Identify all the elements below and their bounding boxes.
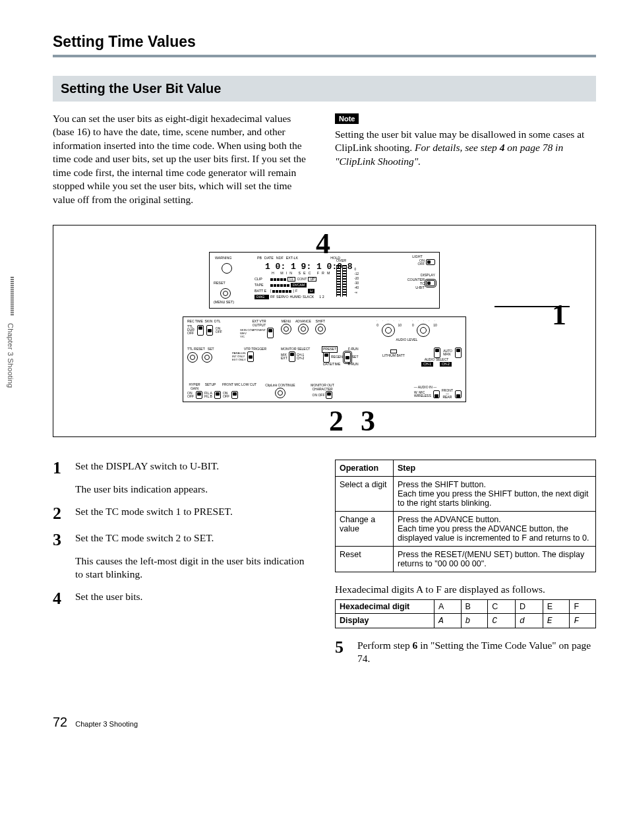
- lbl-cliplink: ClipLink CONTINUE: [262, 384, 298, 388]
- hx-D: D: [515, 599, 543, 613]
- warning-led: [222, 263, 232, 274]
- lbl-off3: OFF: [216, 330, 222, 334]
- hx-h: Hexadecimal digit: [336, 599, 434, 613]
- menu-dial[interactable]: [281, 324, 291, 334]
- lbl-li: Li: [308, 289, 314, 294]
- lbl-extlk: EXT-LK: [286, 256, 298, 260]
- set-button[interactable]: [202, 352, 212, 363]
- tick-30: -30: [354, 281, 359, 285]
- lbl-fm-off: OFF: [223, 395, 229, 398]
- audio-in-ch1[interactable]: [433, 390, 440, 398]
- tick-0: 0: [354, 267, 359, 272]
- hx-dB: b: [461, 613, 488, 628]
- step-3-sub: This causes the left-most digit in the u…: [75, 555, 314, 582]
- audio-select-ch2[interactable]: [455, 347, 462, 358]
- binding-marks: [11, 277, 14, 316]
- tick-inf: -∞: [354, 290, 359, 295]
- lbl-advance: ADVANCE: [295, 320, 311, 324]
- lbl-f: F: [295, 289, 297, 293]
- lbl-ndf: NDF: [276, 256, 284, 260]
- page-number: 72: [53, 715, 67, 730]
- vtr-trigger-switch[interactable]: [247, 351, 254, 362]
- lbl-servo: SERVO: [276, 295, 288, 299]
- lbl-set2: SET: [352, 355, 359, 359]
- op-r1b: Press the SHIFT button. Each time you pr…: [394, 477, 596, 512]
- hx-d: Display: [336, 613, 434, 628]
- lbl-lithium: LITHIUM BATT: [378, 354, 409, 358]
- step-2-text: Set the TC mode switch 1 to PRESET.: [75, 505, 314, 522]
- reset-button[interactable]: [220, 288, 231, 299]
- op-r3b: Press the RESET/(MENU SET) button. The d…: [394, 547, 596, 572]
- lbl-moc-onoff: ON OFF: [313, 394, 325, 397]
- knob1-0: 0: [376, 324, 378, 337]
- lbl-dvcam: DVCAM: [291, 283, 307, 288]
- lbl-batt: BATT E: [255, 289, 269, 293]
- hx-dF: F: [570, 613, 596, 628]
- lbl-counter: COUNTER: [407, 278, 425, 282]
- hx-E: E: [543, 599, 570, 613]
- tick-20: -20: [354, 276, 359, 281]
- hyper-gain-switch[interactable]: [196, 391, 202, 399]
- display-switch[interactable]: [426, 280, 435, 286]
- lbl-ttl-reset: TTL RESET: [187, 347, 205, 351]
- audio-level-knob-1[interactable]: [382, 324, 395, 337]
- lbl-yc: Y/C: [240, 335, 266, 338]
- lbl-over: OVER: [336, 259, 346, 263]
- lbl-date: DATE: [264, 256, 274, 260]
- cliplink-dial[interactable]: [275, 388, 285, 398]
- clip-segments: [270, 278, 286, 281]
- lbl-up: UP: [308, 277, 316, 282]
- lbl-man: MAN: [443, 353, 452, 356]
- callout-1: 1: [552, 298, 566, 332]
- op-r3a: Reset: [336, 547, 394, 572]
- hx-dA: A: [434, 613, 462, 628]
- extvtr-output-switch[interactable]: [267, 328, 274, 338]
- lbl-pb: PB: [257, 256, 262, 260]
- lbl-diag: DIAG: [255, 295, 269, 300]
- lbl-clip: CLIP: [255, 278, 269, 282]
- label-warning: WARNING: [215, 256, 232, 260]
- figure: 4 1 2 3 WARNING RESET (MENU SET) PB: [53, 225, 596, 437]
- lbl-wireless: WIRELESS: [414, 394, 431, 398]
- audio-select-ch1[interactable]: [434, 347, 440, 358]
- lbl-output: OUTPUT: [253, 323, 266, 327]
- lbl-rf: RF: [270, 295, 275, 299]
- lbl-audio-in: AUDIO IN: [418, 385, 433, 389]
- monitor-out-switch[interactable]: [326, 391, 332, 399]
- step-3-text: Set the TC mode switch 2 to SET.: [75, 531, 314, 545]
- op-th-2: Step: [394, 460, 596, 477]
- hx-F: F: [570, 599, 596, 613]
- note-label: Note: [335, 113, 359, 124]
- lbl-humid: HUMID: [290, 295, 301, 299]
- lbl-audio-level: AUDIO LEVEL: [352, 338, 462, 342]
- step-2-num: 2: [53, 505, 66, 522]
- tc-mode-switch-1[interactable]: [323, 352, 330, 363]
- lbl-frun: F-RUN: [348, 347, 359, 351]
- monitor-select-switch[interactable]: [289, 351, 295, 362]
- tc-mode-switch-2[interactable]: [344, 352, 351, 363]
- operation-table: Operation Step Select a digit Press the …: [335, 460, 596, 572]
- step-1-sub: The user bits indication appears.: [75, 483, 314, 496]
- lbl-hyper-gain: HYPER GAIN: [187, 383, 202, 390]
- lbl-off2: OFF: [187, 332, 195, 335]
- audio-level-knob-2[interactable]: [417, 324, 430, 337]
- lbl-rrun: R-RUN: [347, 363, 358, 367]
- tick-12: -12: [354, 272, 359, 276]
- skin-switch[interactable]: [206, 325, 213, 336]
- shift-button[interactable]: [315, 324, 326, 334]
- callout-2: 2: [329, 404, 344, 438]
- lbl-cont: CONT: [297, 278, 307, 282]
- lbl-rectime: REC TIME: [187, 319, 203, 323]
- hex-table: Hexadecimal digit A B C D E F Display A …: [335, 599, 596, 628]
- rectime-switch[interactable]: [197, 325, 204, 336]
- step-1-num: 1: [53, 460, 66, 496]
- knob2-0: 0: [412, 324, 414, 337]
- ttl-reset-button[interactable]: [187, 352, 198, 363]
- hex-intro: Hexadecimal digits A to F are displayed …: [335, 583, 596, 596]
- light-switch[interactable]: [426, 259, 435, 265]
- setup-switch[interactable]: [214, 391, 221, 399]
- advance-button[interactable]: [298, 324, 309, 334]
- audio-in-ch2[interactable]: [455, 390, 462, 398]
- lbl-tape: TAPE: [255, 284, 269, 287]
- front-mic-switch[interactable]: [231, 391, 238, 399]
